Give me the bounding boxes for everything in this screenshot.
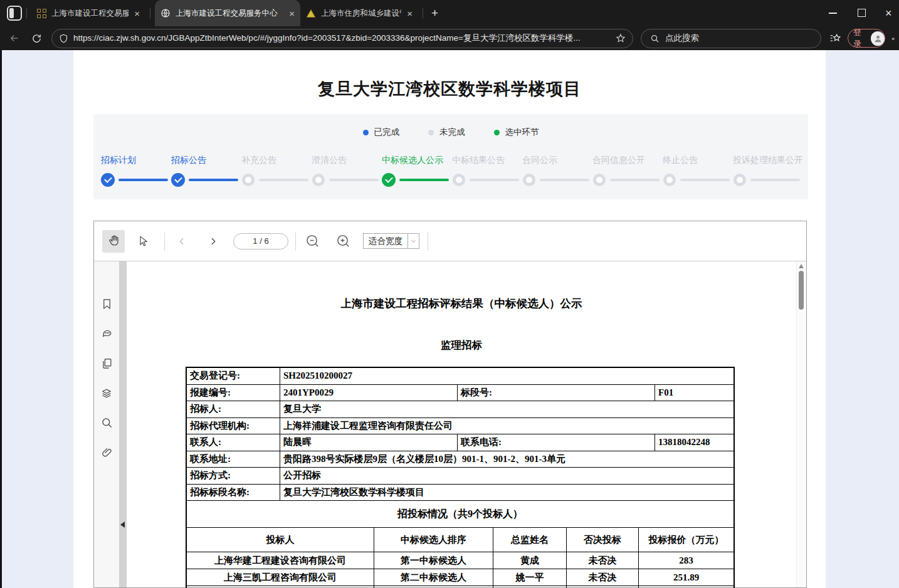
bid-row-1: 上海华建工程建设咨询有限公司 第一中标候选人 黄成 未否决 283 (187, 552, 733, 569)
close-window-button[interactable]: × (885, 7, 892, 20)
collapse-sidebar-icon[interactable] (120, 522, 125, 528)
globe-icon (160, 8, 171, 18)
hand-tool-button[interactable] (102, 230, 125, 253)
circle-icon (312, 174, 325, 186)
step-contract-publicity[interactable]: 合同公示 (522, 155, 592, 187)
check-icon (382, 173, 396, 187)
step-bidding-announcement[interactable]: 招标公告 (171, 155, 241, 187)
check-icon (171, 173, 185, 187)
step-result-announcement[interactable]: 中标结果公告 (452, 155, 522, 187)
blue-dot-icon (363, 130, 369, 135)
legend: 已完成 未完成 选中环节 (93, 114, 808, 138)
pdf-document[interactable]: 上海市建设工程招标评标结果（中标候选人）公示 监理招标 交易登记号: SH202… (127, 261, 796, 587)
chevron-down-icon (407, 234, 419, 248)
document-subtitle: 监理招标 (127, 339, 796, 352)
circle-icon (453, 174, 465, 186)
minimize-button[interactable] (829, 13, 837, 14)
page-content: 复旦大学江湾校区数学科学楼项目 已完成 未完成 选中环节 招标计划 招标公告 补… (73, 50, 826, 588)
bookmark-star-icon[interactable] (616, 33, 626, 43)
process-panel: 已完成 未完成 选中环节 招标计划 招标公告 补充公告 澄清公告 中标候选人 (93, 114, 808, 199)
menu-dots-icon[interactable]: • (891, 33, 895, 44)
bid-table-header-row: 投标人 中标候选人排序 总监姓名 否决投标 投标报价（万元） (187, 527, 733, 552)
maximize-button[interactable] (858, 9, 866, 17)
search-placeholder[interactable]: 点此搜索 (665, 33, 699, 44)
green-dot-icon (494, 130, 500, 135)
table-row: 招标方式: 公开招标 (187, 467, 733, 484)
bookmark-icon[interactable] (101, 298, 113, 310)
legend-completed: 已完成 (363, 127, 400, 138)
pages-icon[interactable] (101, 357, 113, 370)
login-button[interactable]: 登录 (848, 29, 885, 48)
new-tab-button[interactable]: + (431, 6, 438, 20)
tender-info-table: 交易登记号: SH202510200027 报建编号: 2401YP0029 标… (186, 367, 735, 588)
layers-icon[interactable] (100, 387, 113, 399)
pdf-body: 上海市建设工程招标评标结果（中标候选人）公示 监理招标 交易登记号: SH202… (94, 261, 806, 587)
scrollbar-thumb[interactable] (799, 271, 804, 310)
bid-row-2: 上海三凯工程咨询有限公司 第二中标候选人 姚一平 未否决 251.89 (187, 569, 733, 585)
search-document-icon[interactable] (101, 417, 113, 429)
step-bidding-plan[interactable]: 招标计划 (101, 155, 171, 187)
pdf-sidebar (94, 261, 119, 587)
page-indicator[interactable]: 1 / 6 (233, 233, 288, 249)
pdf-scrollbar[interactable] (796, 261, 806, 587)
next-page-icon[interactable] (208, 236, 218, 246)
process-stepper: 招标计划 招标公告 补充公告 澄清公告 中标候选人公示 中标结果公告 (93, 155, 808, 187)
back-icon[interactable] (9, 33, 20, 44)
check-icon (101, 173, 115, 187)
login-label: 登录 (853, 27, 868, 50)
site-security-icon[interactable] (60, 34, 68, 43)
table-row: 联系人: 陆晨晖 联系电话: 13818042248 (187, 434, 733, 451)
close-tab-icon[interactable]: × (407, 9, 413, 18)
step-supplementary-announcement[interactable]: 补充公告 (241, 155, 312, 187)
grid-icon (37, 9, 46, 18)
step-complaint-result-disclosure[interactable]: 投诉处理结果公开 (733, 155, 803, 187)
step-contract-info-disclosure[interactable]: 合同信息公开 (592, 155, 663, 187)
circle-icon (242, 174, 255, 186)
step-clarification-announcement[interactable]: 澄清公告 (312, 155, 382, 187)
pdf-viewer: 1 / 6 适合宽度 (93, 221, 807, 588)
step-termination-announcement[interactable]: 终止公告 (663, 155, 733, 187)
tab-2-active[interactable]: 上海市建设工程交易服务中心 × (155, 0, 300, 26)
select-tool-button[interactable] (132, 230, 155, 253)
tab-title: 上海市建设工程交易服务中心 (51, 8, 129, 19)
circle-icon (593, 174, 606, 186)
attachment-icon[interactable] (101, 446, 113, 459)
comments-icon[interactable] (100, 328, 113, 340)
bid-row-3: 上海智达工程顾问有限公司 王玉萍 未否决 239.84 (187, 585, 733, 588)
table-row: 招标代理机构: 上海祥浦建设工程监理咨询有限责任公司 (187, 417, 733, 434)
gray-dot-icon (428, 130, 434, 135)
tab-bar: 上海市建设工程交易服务中心 × 上海市建设工程交易服务中心 × 上海市住房和城乡… (0, 0, 899, 26)
step-winning-candidate-publicity[interactable]: 中标候选人公示 (382, 155, 452, 187)
address-bar: https://ciac.zjw.sh.gov.cn/JGBAppZtbInte… (0, 26, 899, 50)
pdf-toolbar: 1 / 6 适合宽度 (94, 221, 806, 261)
zoom-in-icon[interactable] (336, 234, 350, 248)
legend-selected: 选中环节 (494, 127, 539, 138)
search-icon (650, 34, 660, 43)
close-tab-icon[interactable]: × (289, 9, 295, 18)
bid-section-title: 招投标情况（共9个投标人） (187, 501, 733, 527)
window-left-edge (0, 50, 2, 588)
circle-icon (663, 174, 676, 186)
zoom-mode-select[interactable]: 适合宽度 (363, 233, 419, 249)
table-row: 联系地址: 贵阳路398号实际楼层9层（名义楼层10层）901-1、901-2、… (187, 451, 733, 468)
bid-section-header-row: 招投标情况（共9个投标人） (187, 500, 733, 527)
table-row: 招标人: 复旦大学 (187, 401, 733, 417)
sidebar-splitter[interactable] (119, 261, 127, 587)
workspaces-icon[interactable] (7, 6, 22, 21)
previous-page-icon[interactable] (177, 236, 187, 246)
window-controls: × (805, 0, 899, 26)
tab-3[interactable]: 上海市住房和城乡建设管理委员会 × (300, 0, 418, 26)
search-box[interactable]: 点此搜索 (641, 29, 821, 48)
scroll-up-icon[interactable] (799, 264, 804, 268)
favorites-list-icon[interactable] (829, 33, 841, 44)
close-tab-icon[interactable]: × (134, 9, 140, 18)
zoom-out-icon[interactable] (305, 234, 320, 248)
browser-chrome: 上海市建设工程交易服务中心 × 上海市建设工程交易服务中心 × 上海市住房和城乡… (0, 0, 899, 50)
url-text[interactable]: https://ciac.zjw.sh.gov.cn/JGBAppZtbInte… (73, 33, 616, 44)
circle-icon (523, 174, 535, 186)
url-field[interactable]: https://ciac.zjw.sh.gov.cn/JGBAppZtbInte… (51, 29, 633, 48)
table-row: 招标标段名称: 复旦大学江湾校区数学科学楼项目 (187, 484, 733, 501)
refresh-icon[interactable] (31, 33, 42, 44)
table-row: 交易登记号: SH202510200027 (187, 368, 733, 384)
tab-1[interactable]: 上海市建设工程交易服务中心 × (31, 0, 145, 26)
